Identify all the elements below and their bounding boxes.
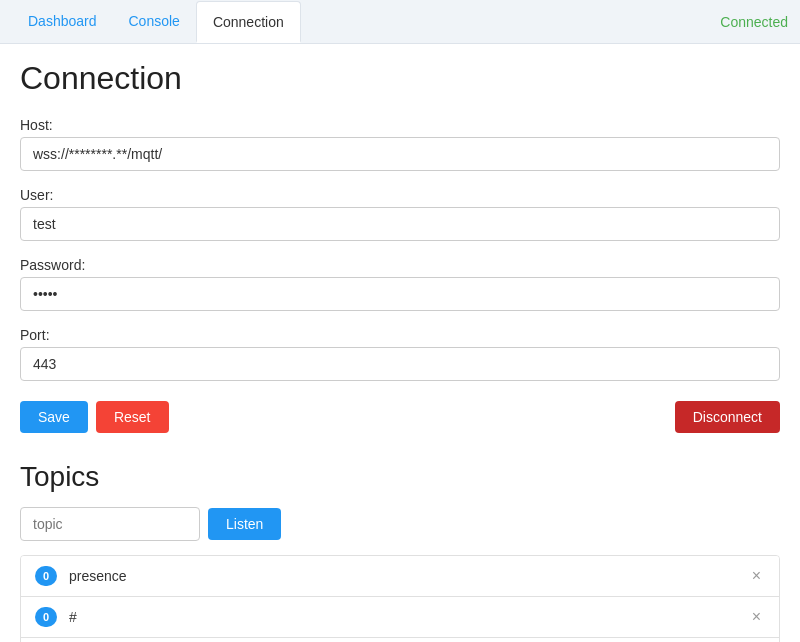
navbar: Dashboard Console Connection Connected: [0, 0, 800, 44]
topic-input[interactable]: [20, 507, 200, 541]
nav-connection[interactable]: Connection: [196, 1, 301, 43]
host-input[interactable]: [20, 137, 780, 171]
user-input[interactable]: [20, 207, 780, 241]
connection-status: Connected: [720, 0, 788, 43]
topics-input-row: Listen: [20, 507, 780, 541]
disconnect-button[interactable]: Disconnect: [675, 401, 780, 433]
reset-button[interactable]: Reset: [96, 401, 169, 433]
user-label: User:: [20, 187, 780, 203]
nav-console[interactable]: Console: [113, 0, 196, 43]
topic-item: 2244owntracks/samsunga3/a3×: [21, 638, 779, 642]
listen-button[interactable]: Listen: [208, 508, 281, 540]
save-button[interactable]: Save: [20, 401, 88, 433]
password-input[interactable]: [20, 277, 780, 311]
topic-name: presence: [69, 568, 748, 584]
topic-item: 0#×: [21, 597, 779, 638]
password-label: Password:: [20, 257, 780, 273]
port-label: Port:: [20, 327, 780, 343]
host-group: Host:: [20, 117, 780, 171]
topic-remove-button[interactable]: ×: [748, 609, 765, 625]
nav-dashboard[interactable]: Dashboard: [12, 0, 113, 43]
port-group: Port:: [20, 327, 780, 381]
topic-list: 0presence×0#×2244owntracks/samsunga3/a3×: [20, 555, 780, 642]
main-content: Connection Host: User: Password: Port: S…: [0, 44, 800, 642]
topic-remove-button[interactable]: ×: [748, 568, 765, 584]
user-group: User:: [20, 187, 780, 241]
topic-name: #: [69, 609, 748, 625]
topics-title: Topics: [20, 461, 780, 493]
host-label: Host:: [20, 117, 780, 133]
topic-item: 0presence×: [21, 556, 779, 597]
topic-badge: 0: [35, 566, 57, 586]
topic-badge: 0: [35, 607, 57, 627]
action-buttons: Save Reset Disconnect: [20, 401, 780, 433]
password-group: Password:: [20, 257, 780, 311]
port-input[interactable]: [20, 347, 780, 381]
page-title: Connection: [20, 60, 780, 97]
